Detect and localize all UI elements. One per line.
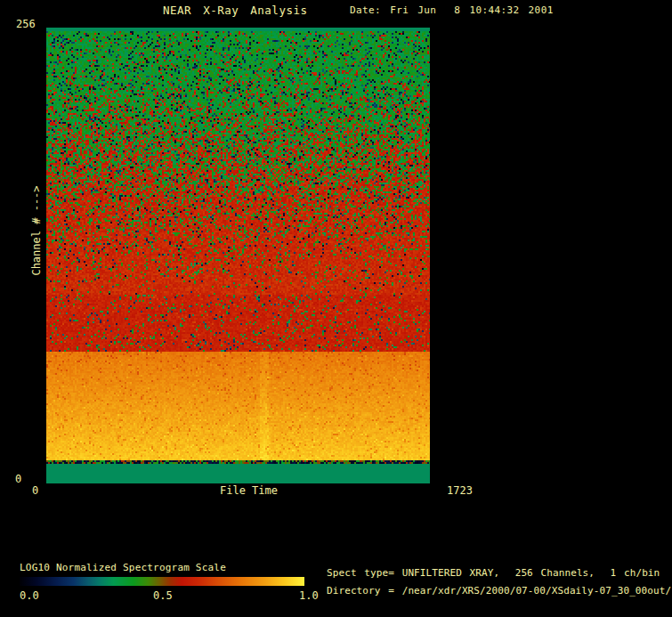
y-axis-min-tick: 0 — [15, 474, 21, 485]
colorbar-title: LOG10 Normalized Spectrogram Scale — [20, 562, 226, 573]
x-axis-min-tick: 0 — [32, 485, 38, 497]
spectrogram-plot[interactable] — [46, 28, 430, 483]
date-label: Date: Fri Jun 8 10:44:32 2001 — [350, 4, 554, 16]
y-axis-label: Channel # ---> — [30, 177, 43, 284]
colorbar-gradient — [20, 577, 304, 586]
xray-analysis-window: NEAR X-Ray Analysis Date: Fri Jun 8 10:4… — [0, 0, 672, 617]
x-axis-max-tick: 1723 — [447, 485, 473, 497]
x-axis-label: File Time — [220, 485, 278, 497]
page-title: NEAR X-Ray Analysis — [163, 4, 308, 16]
colorbar-tick-mid: 0.5 — [153, 590, 173, 602]
colorbar-tick-max: 1.0 — [299, 590, 319, 602]
colorbar-tick-min: 0.0 — [20, 590, 39, 602]
spect-type-info: Spect type= UNFILTERED XRAY, 256 Channel… — [327, 567, 660, 579]
y-axis-max-tick: 256 — [16, 19, 36, 30]
directory-info: Directory = /near/xdr/XRS/2000/07-00/XSd… — [327, 585, 671, 597]
